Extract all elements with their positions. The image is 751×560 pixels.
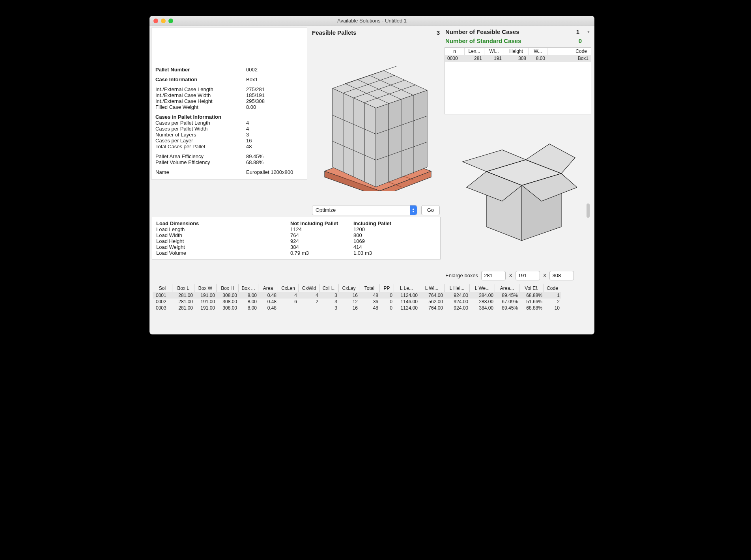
sol-cell[interactable]: 1124.00 xyxy=(394,305,419,311)
sol-cell[interactable]: 308.00 xyxy=(217,299,239,305)
sol-col-header[interactable]: CxLay xyxy=(339,284,359,292)
go-button[interactable]: Go xyxy=(421,205,440,215)
sol-cell[interactable]: 89.45% xyxy=(495,305,519,311)
sol-cell[interactable]: 6 xyxy=(278,299,299,305)
sol-cell[interactable]: 4 xyxy=(299,292,320,299)
sol-cell[interactable]: 281.00 xyxy=(172,299,194,305)
sol-cell[interactable]: 12 xyxy=(339,299,359,305)
sol-cell[interactable]: 8.00 xyxy=(239,292,258,299)
sol-col-header[interactable]: Code xyxy=(544,284,561,292)
sol-cell[interactable]: 924.00 xyxy=(445,305,470,311)
sol-cell[interactable]: 8.00 xyxy=(239,305,258,311)
sol-cell[interactable]: 48 xyxy=(359,292,380,299)
col-height[interactable]: Height xyxy=(504,48,529,55)
sol-cell[interactable]: 0.48 xyxy=(258,299,278,305)
scrollbar-thumb[interactable] xyxy=(587,203,590,218)
sol-col-header[interactable]: L We... xyxy=(470,284,495,292)
sol-cell[interactable]: 16 xyxy=(339,292,359,299)
sol-col-header[interactable]: Sol xyxy=(153,284,172,292)
enlarge-width-input[interactable] xyxy=(516,271,540,280)
sol-cell[interactable]: 36 xyxy=(359,299,380,305)
sol-cell[interactable]: 3 xyxy=(320,299,339,305)
sol-cell[interactable]: 191.00 xyxy=(194,292,217,299)
close-icon[interactable] xyxy=(153,19,158,23)
sol-col-header[interactable]: Area... xyxy=(495,284,519,292)
sol-col-header[interactable]: Box W xyxy=(194,284,217,292)
sol-cell[interactable]: 0 xyxy=(380,292,394,299)
sol-col-header[interactable]: CxH... xyxy=(320,284,339,292)
sol-cell[interactable]: 68.88% xyxy=(519,305,544,311)
sol-cell[interactable]: 0001 xyxy=(153,292,172,299)
enlarge-length-input[interactable] xyxy=(481,271,506,280)
sol-cell[interactable]: 191.00 xyxy=(194,305,217,311)
sol-cell[interactable]: 0 xyxy=(380,299,394,305)
case-row[interactable]: 0000 281 191 308 8.00 Box1 xyxy=(445,55,591,62)
sol-cell[interactable]: 89.45% xyxy=(495,292,519,299)
sol-col-header[interactable]: L Hei... xyxy=(445,284,470,292)
sol-cell[interactable]: 1146.00 xyxy=(394,299,419,305)
sol-cell[interactable]: 1 xyxy=(544,292,561,299)
sol-cell[interactable]: 0003 xyxy=(153,305,172,311)
sol-cell[interactable]: 281.00 xyxy=(172,292,194,299)
sol-cell[interactable]: 3 xyxy=(320,305,339,311)
sol-cell[interactable]: 4 xyxy=(278,292,299,299)
sol-cell[interactable]: 288.00 xyxy=(470,299,495,305)
sol-col-header[interactable]: Box L xyxy=(172,284,194,292)
pallet-3d-view[interactable] xyxy=(311,38,441,202)
case-length-label: Int./External Case Length xyxy=(155,86,246,92)
col-len[interactable]: Len... xyxy=(465,48,484,55)
enlarge-height-input[interactable] xyxy=(549,271,574,280)
sol-col-header[interactable]: Box H xyxy=(217,284,239,292)
col-code[interactable]: Code xyxy=(547,48,591,55)
sol-cell[interactable]: 0 xyxy=(380,305,394,311)
sol-cell[interactable]: 2 xyxy=(544,299,561,305)
sol-cell[interactable]: 384.00 xyxy=(470,292,495,299)
sol-cell[interactable]: 0.48 xyxy=(258,292,278,299)
sol-col-header[interactable]: L Wi... xyxy=(419,284,445,292)
minimize-icon[interactable] xyxy=(161,19,166,23)
optimize-select[interactable]: Optimize ▲▼ xyxy=(312,205,417,215)
sol-col-header[interactable]: Vol Ef. xyxy=(519,284,544,292)
solutions-table[interactable]: SolBox LBox WBox HBox ...AreaCxLenCxWidC… xyxy=(153,284,591,311)
box-3d-view[interactable] xyxy=(445,116,591,267)
sol-cell[interactable]: 10 xyxy=(544,305,561,311)
sol-cell[interactable]: 51.66% xyxy=(519,299,544,305)
sol-cell[interactable]: 8.00 xyxy=(239,299,258,305)
col-n[interactable]: n xyxy=(445,48,465,55)
sol-col-header[interactable]: CxLen xyxy=(278,284,299,292)
sol-cell[interactable]: 48 xyxy=(359,305,380,311)
sol-col-header[interactable]: L Le... xyxy=(394,284,419,292)
sol-col-header[interactable]: Total xyxy=(359,284,380,292)
sol-cell[interactable]: 2 xyxy=(299,299,320,305)
sol-cell[interactable]: 924.00 xyxy=(445,299,470,305)
case-table[interactable]: n Len... Wi... Height W... Code 0000 281… xyxy=(445,47,591,114)
sol-col-header[interactable]: Box ... xyxy=(239,284,258,292)
sol-cell[interactable]: 16 xyxy=(339,305,359,311)
maximize-icon[interactable] xyxy=(168,19,173,23)
sol-cell[interactable] xyxy=(299,305,320,311)
sol-cell[interactable]: 764.00 xyxy=(419,292,445,299)
sol-cell[interactable]: 191.00 xyxy=(194,299,217,305)
sol-cell[interactable]: 281.00 xyxy=(172,305,194,311)
sol-cell[interactable]: 68.88% xyxy=(519,292,544,299)
sol-cell[interactable]: 384.00 xyxy=(470,305,495,311)
sol-cell[interactable]: 0002 xyxy=(153,299,172,305)
standard-cases-label: Number of Standard Cases xyxy=(445,37,521,44)
sol-cell[interactable]: 67.09% xyxy=(495,299,519,305)
col-wi[interactable]: Wi... xyxy=(484,48,504,55)
sol-cell[interactable]: 308.00 xyxy=(217,305,239,311)
sol-cell[interactable]: 924.00 xyxy=(445,292,470,299)
sol-cell[interactable]: 308.00 xyxy=(217,292,239,299)
sol-cell[interactable]: 764.00 xyxy=(419,305,445,311)
sol-col-header[interactable]: Area xyxy=(258,284,278,292)
col-w[interactable]: W... xyxy=(529,48,547,55)
sol-col-header[interactable]: PP xyxy=(380,284,394,292)
chevron-down-icon[interactable]: ▼ xyxy=(587,30,590,34)
sol-cell[interactable]: 3 xyxy=(320,292,339,299)
sol-cell[interactable]: 0.48 xyxy=(258,305,278,311)
sol-cell[interactable]: 1124.00 xyxy=(394,292,419,299)
sol-cell[interactable]: 562.00 xyxy=(419,299,445,305)
sol-cell[interactable] xyxy=(278,305,299,311)
sol-col-header[interactable]: CxWid xyxy=(299,284,320,292)
vol-eff-label: Pallet Volume Efficiency xyxy=(155,159,246,165)
